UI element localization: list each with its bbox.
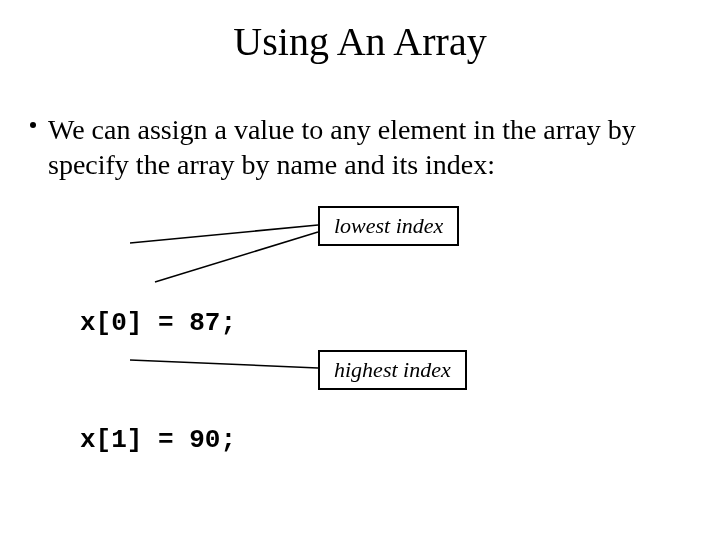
highest-index-label: highest index (318, 350, 467, 390)
bullet-dot-icon (30, 122, 36, 128)
lowest-index-label: lowest index (318, 206, 459, 246)
bullet-text: We can assign a value to any element in … (48, 114, 636, 180)
bullet-item: We can assign a value to any element in … (48, 112, 668, 182)
slide-title: Using An Array (0, 18, 720, 65)
code-block: x[0] = 87; x[1] = 90; … … … x[9] = 93; (80, 226, 236, 540)
code-line-1: x[0] = 87; (80, 304, 236, 343)
code-line-2: x[1] = 90; (80, 421, 236, 460)
slide: Using An Array We can assign a value to … (0, 0, 720, 540)
